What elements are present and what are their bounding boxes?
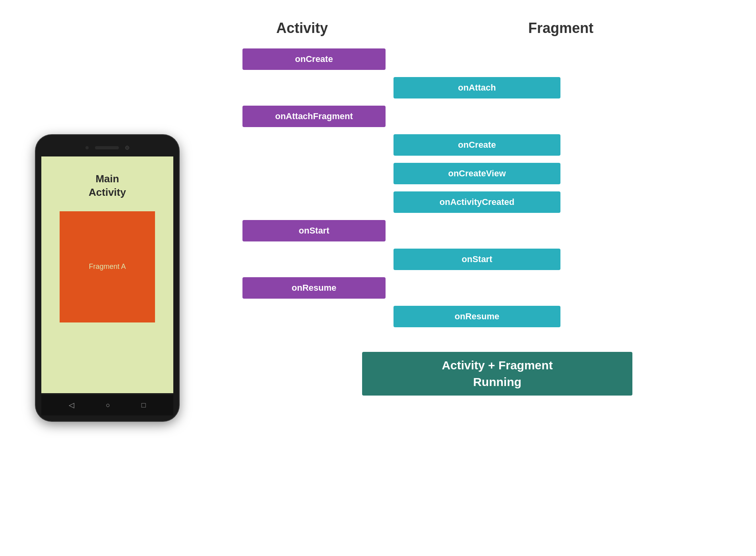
lifecycle-row: onCreate [215,48,732,70]
onresume-activity-badge: onResume [242,277,386,299]
activity-slot: onAttachFragment [215,106,390,127]
lifecycle-row: onResume [215,277,732,299]
diagram-section: Activity Fragment onCreate [191,16,732,540]
phone-top-bar [41,141,173,155]
fragment-slot: onResume [390,306,732,327]
fragment-slot: onCreate [390,134,732,156]
activity-slot: onStart [215,220,390,241]
running-text: Activity + Fragment Running [442,357,552,390]
onactivitycreated-fragment-badge: onActivityCreated [394,191,560,213]
lifecycle-row: onAttachFragment [215,106,732,127]
home-icon[interactable]: ○ [106,401,110,409]
phone-bottom-bar: ◁ ○ □ [41,395,173,415]
fragment-slot: onActivityCreated [390,191,732,213]
onstart-activity-badge: onStart [242,220,386,241]
fragment-box: Fragment A [60,211,155,322]
phone-title: Main Activity [89,172,126,199]
lifecycle-row: onActivityCreated [215,191,732,213]
diagram-headers: Activity Fragment [215,20,732,37]
phone-screen: Main Activity Fragment A [41,156,173,393]
onattachfragment-activity-badge: onAttachFragment [242,106,386,127]
oncreate-fragment-badge: onCreate [394,134,560,156]
phone-speaker [95,146,119,149]
activity-slot: onResume [215,277,390,299]
oncreate-activity-badge: onCreate [242,48,386,70]
lifecycle-rows: onCreate onAttach onAttachFragment [215,48,732,327]
activity-slot: onCreate [215,48,390,70]
back-icon[interactable]: ◁ [69,401,74,409]
onresume-fragment-badge: onResume [394,306,560,327]
phone-camera [125,146,129,150]
lifecycle-row: onAttach [215,77,732,98]
oncreateview-fragment-badge: onCreateView [394,163,560,184]
onstart-fragment-badge: onStart [394,249,560,270]
phone-section: Main Activity Fragment A ◁ ○ □ [24,16,191,540]
lifecycle-row: onStart [215,249,732,270]
fragment-slot: onAttach [390,77,732,98]
fragment-slot: onCreateView [390,163,732,184]
lifecycle-row: onStart [215,220,732,241]
main-container: Main Activity Fragment A ◁ ○ □ Activity … [0,0,756,556]
fragment-column-header: Fragment [390,20,732,37]
lifecycle-row: onCreateView [215,163,732,184]
lifecycle-row: onCreate [215,134,732,156]
running-box: Activity + Fragment Running [362,352,632,396]
phone-sensor [85,146,89,149]
activity-column-header: Activity [215,20,390,37]
fragment-label: Fragment A [89,263,126,271]
fragment-slot: onStart [390,249,732,270]
phone-device: Main Activity Fragment A ◁ ○ □ [36,135,179,421]
onattach-fragment-badge: onAttach [394,77,560,98]
lifecycle-row: onResume [215,306,732,327]
recent-icon[interactable]: □ [142,401,146,409]
